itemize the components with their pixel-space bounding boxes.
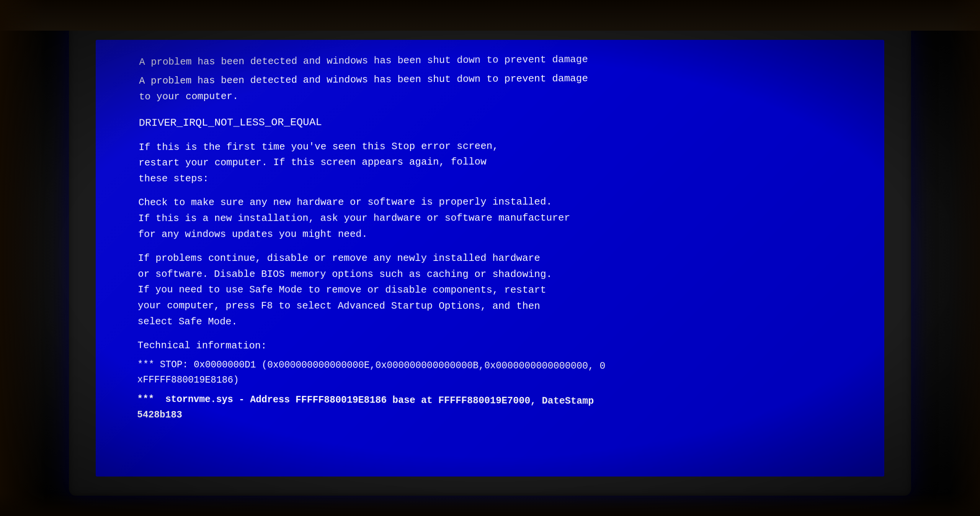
technical-info-label: Technical information: — [137, 338, 866, 355]
problem-statement: A problem has been detected and windows … — [139, 69, 864, 105]
screen-content: A problem has been detected and windows … — [99, 40, 884, 477]
check-hardware-message: Check to make sure any new hardware or s… — [138, 193, 865, 242]
driver-info-line2: 5428b183 — [137, 408, 866, 426]
left-dark — [0, 0, 46, 516]
first-time-message: If this is the first time you've seen th… — [139, 137, 865, 187]
header-overflow-line: A problem has been detected and windows … — [139, 50, 864, 69]
stop-code-line1: *** STOP: 0x0000000D1 (0x000000000000000… — [137, 357, 866, 374]
top-dark-area — [0, 0, 980, 31]
photo-frame: A problem has been detected and windows … — [0, 0, 980, 516]
right-dark — [949, 0, 980, 516]
bottom-dark-area — [0, 493, 980, 516]
problems-continue-message: If problems continue, disable or remove … — [137, 250, 866, 331]
stop-code-line2: xFFFFF880019E8186) — [137, 373, 866, 390]
error-code: DRIVER_IRQL_NOT_LESS_OR_EQUAL — [139, 111, 864, 131]
laptop-bezel: A problem has been detected and windows … — [69, 21, 911, 496]
bsod-screen: A problem has been detected and windows … — [96, 40, 884, 477]
driver-info-line1: *** stornvme.sys - Address FFFFF880019E8… — [137, 392, 866, 410]
